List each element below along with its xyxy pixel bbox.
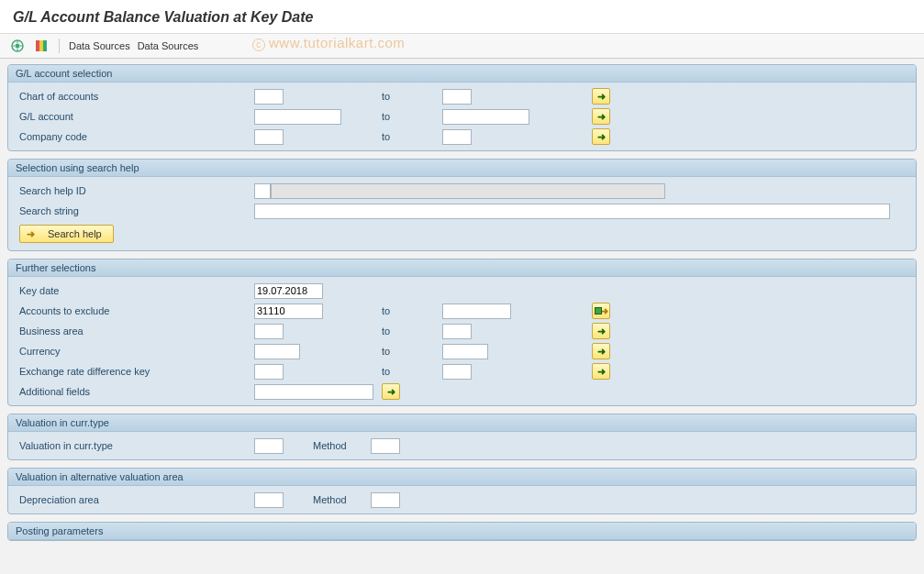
search-help-id-input[interactable] — [254, 183, 271, 199]
multi-select-icon[interactable]: ➜ — [592, 88, 610, 105]
multi-select-icon[interactable]: ➜ — [592, 108, 610, 125]
label: Exchange rate difference key — [16, 366, 254, 377]
exchange-to-input[interactable] — [442, 364, 472, 380]
group-valuation-alt-area: Valuation in alternative valuation area … — [7, 468, 917, 514]
label: Currency — [16, 346, 254, 357]
label: Additional fields — [16, 386, 254, 397]
row-search-help-id: Search help ID — [8, 181, 916, 201]
key-date-input[interactable] — [254, 283, 323, 299]
method-input-alt[interactable] — [371, 492, 400, 508]
chart-to-input[interactable] — [442, 89, 472, 105]
label: Valuation in curr.type — [16, 440, 254, 451]
row-gl-account: G/L account to ➜ — [8, 106, 916, 127]
gl-account-from-input[interactable] — [254, 109, 341, 125]
group-header: Valuation in curr.type — [8, 414, 916, 432]
exchange-from-input[interactable] — [254, 364, 284, 380]
to-label: to — [378, 346, 442, 357]
group-posting-parameters: Posting parameters — [7, 522, 917, 541]
depreciation-area-input[interactable] — [254, 492, 284, 508]
to-label: to — [378, 91, 442, 102]
company-to-input[interactable] — [442, 129, 472, 145]
search-help-button[interactable]: ➜ Search help — [19, 225, 114, 243]
arrow-right-icon: ➜ — [27, 228, 35, 240]
group-header: Selection using search help — [8, 160, 916, 177]
to-label: to — [378, 326, 442, 337]
multi-select-icon[interactable]: ➜ — [592, 323, 610, 339]
row-chart-of-accounts: Chart of accounts to ➜ — [8, 86, 916, 106]
search-string-input[interactable] — [254, 204, 890, 219]
to-label: to — [378, 305, 442, 316]
label: G/L account — [16, 111, 254, 122]
group-header: G/L account selection — [8, 65, 916, 83]
main-area: G/L account selection Chart of accounts … — [0, 59, 924, 554]
to-label: to — [378, 111, 442, 122]
multi-select-icon[interactable]: ➜ — [592, 128, 610, 145]
method-label: Method — [284, 494, 371, 505]
label: Key date — [16, 285, 254, 296]
exclude-from-input[interactable] — [254, 304, 323, 319]
group-further-selections: Further selections Key date Accounts to … — [7, 259, 917, 406]
label: Business area — [16, 326, 254, 337]
group-search-help: Selection using search help Search help … — [7, 159, 917, 251]
multi-select-icon[interactable]: ➜ — [592, 343, 610, 359]
group-header: Valuation in alternative valuation area — [8, 469, 916, 486]
group-header: Further selections — [8, 259, 916, 277]
row-valuation-curr-type: Valuation in curr.type Method — [8, 436, 916, 456]
svg-point-1 — [16, 44, 20, 49]
row-search-string: Search string — [8, 201, 916, 221]
currency-to-input[interactable] — [442, 344, 488, 359]
label: Depreciation area — [16, 494, 254, 505]
toolbar-separator — [59, 39, 60, 53]
gl-account-to-input[interactable] — [442, 109, 529, 125]
row-key-date: Key date — [8, 281, 916, 301]
row-accounts-exclude: Accounts to exclude to ➜ — [8, 301, 916, 321]
row-company-code: Company code to ➜ — [8, 127, 916, 147]
label: Chart of accounts — [16, 91, 254, 102]
row-exchange-rate-diff: Exchange rate difference key to ➜ — [8, 361, 916, 381]
search-help-id-display — [271, 183, 665, 199]
toolbar: Data Sources Data Sources — [0, 34, 924, 59]
row-depreciation-area: Depreciation area Method — [8, 490, 916, 510]
svg-rect-7 — [39, 40, 43, 51]
method-label: Method — [284, 440, 371, 451]
chart-from-input[interactable] — [254, 89, 284, 105]
label: Accounts to exclude — [16, 305, 254, 316]
method-input[interactable] — [371, 438, 400, 454]
bizarea-from-input[interactable] — [254, 324, 284, 339]
multi-select-icon[interactable]: ➜ — [382, 383, 400, 400]
to-label: to — [378, 131, 442, 142]
page-title: G/L Account Balance Valuation at Key Dat… — [0, 0, 924, 34]
group-valuation-curr-type: Valuation in curr.type Valuation in curr… — [7, 414, 917, 460]
row-business-area: Business area to ➜ — [8, 321, 916, 341]
svg-rect-6 — [36, 40, 39, 51]
row-additional-fields: Additional fields ➜ — [8, 381, 916, 402]
to-label: to — [378, 366, 442, 377]
row-currency: Currency to ➜ — [8, 341, 916, 361]
additional-fields-input[interactable] — [254, 384, 373, 400]
data-sources-link-1[interactable]: Data Sources — [69, 40, 130, 51]
multi-select-icon[interactable]: ➜ — [592, 363, 610, 380]
execute-icon[interactable] — [9, 38, 26, 54]
variant-icon[interactable] — [33, 38, 50, 54]
exclude-to-input[interactable] — [442, 304, 511, 319]
data-sources-link-2[interactable]: Data Sources — [138, 40, 199, 51]
button-label: Search help — [48, 228, 102, 239]
label: Search string — [16, 205, 254, 216]
label: Company code — [16, 131, 254, 142]
group-gl-selection: G/L account selection Chart of accounts … — [7, 64, 917, 151]
label: Search help ID — [16, 185, 254, 196]
company-from-input[interactable] — [254, 129, 284, 145]
group-header: Posting parameters — [8, 523, 916, 540]
currency-from-input[interactable] — [254, 344, 300, 359]
svg-rect-8 — [43, 40, 47, 51]
bizarea-to-input[interactable] — [442, 324, 472, 339]
multi-select-active-icon[interactable]: ➜ — [592, 303, 610, 319]
valuation-curr-input[interactable] — [254, 438, 284, 454]
